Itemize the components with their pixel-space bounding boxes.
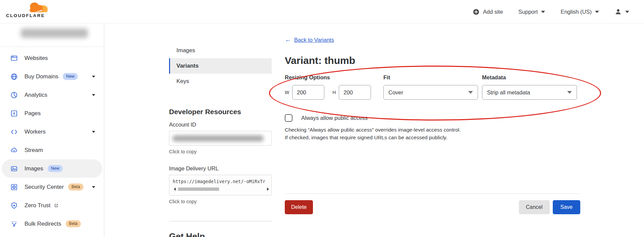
metadata-selected-value: Strip all metadata [487,89,530,96]
sidebar-nav: Websites Buy Domains New Analyt [0,49,104,233]
chevron-down-icon [468,91,473,94]
sidebar-item-stream[interactable]: Stream [2,141,102,159]
chevron-down-icon[interactable] [92,131,95,133]
variant-editor: ← Back to Variants Variant: thumb Resizi… [285,23,580,237]
subnav-label: Variants [176,63,199,69]
sidebar-item-buy-domains[interactable]: Buy Domains New [2,67,102,86]
developer-resources-title: Developer Resources [169,108,272,116]
sidebar-item-label: Websites [24,55,48,62]
language-menu[interactable]: English (US) [560,9,599,15]
redacted-account-name [21,28,88,38]
public-access-note: Checking “Always allow public access” ov… [285,126,461,141]
cloud-play-icon [10,147,18,154]
globe-icon [10,73,18,80]
note-line-1: Checking “Always allow public access” ov… [285,126,461,134]
public-access-row: Always allow public access [285,114,368,122]
sidebar-item-workers[interactable]: Workers [2,123,102,141]
new-badge: New [48,165,63,172]
top-header: CLOUDFLARE Add site Support English (US) [0,0,644,23]
chevron-down-icon[interactable] [92,94,95,96]
chevron-down-icon [595,11,599,13]
chevron-down-icon [567,91,572,94]
header-actions: Add site Support English (US) [473,0,629,23]
subnav-item-variants[interactable]: Variants [169,58,272,74]
sidebar-item-security-center[interactable]: Security Center Beta [2,178,102,196]
cancel-button[interactable]: Cancel [519,200,550,214]
click-to-copy-hint[interactable]: Click to copy [169,149,272,154]
resizing-options-group: Resizing Options W H [285,74,375,100]
beta-badge: Beta [66,220,81,228]
fit-select[interactable]: Cover [383,85,478,100]
secondary-column: Images Variants Keys Developer Resources… [169,23,272,237]
action-buttons: Delete Cancel Save [285,200,580,214]
subnav-item-keys[interactable]: Keys [169,74,272,89]
variant-options-form: Resizing Options W H Fit Cover Metadata [285,74,580,114]
back-to-variants-link[interactable]: ← Back to Variants [285,36,334,44]
image-delivery-url-box[interactable]: https://imagedelivery.net/-oMiRxTr [169,175,272,195]
scroll-left-arrow-icon[interactable] [174,187,176,191]
language-label: English (US) [560,9,592,15]
delete-button[interactable]: Delete [285,200,313,214]
account-id-label: Account ID [169,122,272,128]
page-title: Variant: thumb [285,55,355,66]
scrollbar-thumb[interactable] [178,187,219,191]
always-allow-public-access-checkbox[interactable] [285,114,292,122]
sidebar-item-label: Zero Trust [24,202,50,209]
cloudflare-logo[interactable]: CLOUDFLARE [6,2,50,18]
public-access-label[interactable]: Always allow public access [301,115,368,121]
image-icon [10,165,18,172]
chevron-down-icon[interactable] [92,186,95,188]
shield-arrow-icon [10,202,18,209]
scroll-right-arrow-icon[interactable] [267,187,269,191]
sidebar-item-label: Stream [24,147,43,154]
add-site-button[interactable]: Add site [473,8,503,15]
sidebar-item-pages[interactable]: Pages [2,104,102,123]
vault-icon [10,183,18,191]
funnel-icon [10,220,18,228]
account-id-copy-box[interactable] [169,131,272,146]
beta-badge: Beta [68,183,84,191]
chevron-down-icon [625,11,629,13]
images-subnav: Images Variants Keys [169,43,272,89]
save-button[interactable]: Save [553,200,580,214]
click-to-copy-hint[interactable]: Click to copy [169,199,272,204]
chevron-down-icon [541,11,545,13]
image-delivery-url-value[interactable]: https://imagedelivery.net/-oMiRxTr [173,179,269,184]
support-label: Support [519,9,538,15]
sidebar-item-websites[interactable]: Websites [2,49,102,67]
fit-label: Fit [383,74,478,81]
sidebar-item-zero-trust[interactable]: Zero Trust [2,196,102,215]
subnav-label: Images [176,47,195,54]
code-brackets-icon [10,128,18,136]
account-selector[interactable] [0,23,104,47]
get-help-title: Get Help [169,231,272,237]
sidebar-item-label: Buy Domains [24,73,58,80]
sidebar-item-analytics[interactable]: Analytics [2,86,102,104]
note-line-2: If checked, images that require signed U… [285,134,461,141]
back-link-label: Back to Variants [294,37,334,43]
fit-group: Fit Cover [383,74,478,100]
sidebar-item-label: Analytics [24,92,47,98]
lightning-icon [10,110,18,117]
sidebar-item-label: Pages [24,110,41,117]
subnav-item-images[interactable]: Images [169,43,272,58]
sidebar-item-bulk-redirects[interactable]: Bulk Redirects Beta [2,215,102,233]
sidebar-item-label: Images [24,165,43,172]
external-link-icon [54,203,59,208]
left-arrow-icon: ← [285,36,291,44]
account-menu[interactable] [614,8,629,15]
user-icon [614,8,622,15]
chevron-down-icon[interactable] [92,76,95,78]
pie-chart-icon [10,91,18,99]
browser-window-icon [10,55,18,62]
plus-circle-icon [473,8,480,15]
redacted-account-id [172,135,264,142]
width-input[interactable] [292,85,324,100]
divider [169,221,272,221]
resizing-options-label: Resizing Options [285,74,375,81]
support-menu[interactable]: Support [519,9,545,15]
sidebar-item-images[interactable]: Images New [2,159,102,178]
horizontal-scrollbar[interactable] [173,187,270,191]
metadata-select[interactable]: Strip all metadata [482,85,577,100]
height-input[interactable] [339,85,371,100]
